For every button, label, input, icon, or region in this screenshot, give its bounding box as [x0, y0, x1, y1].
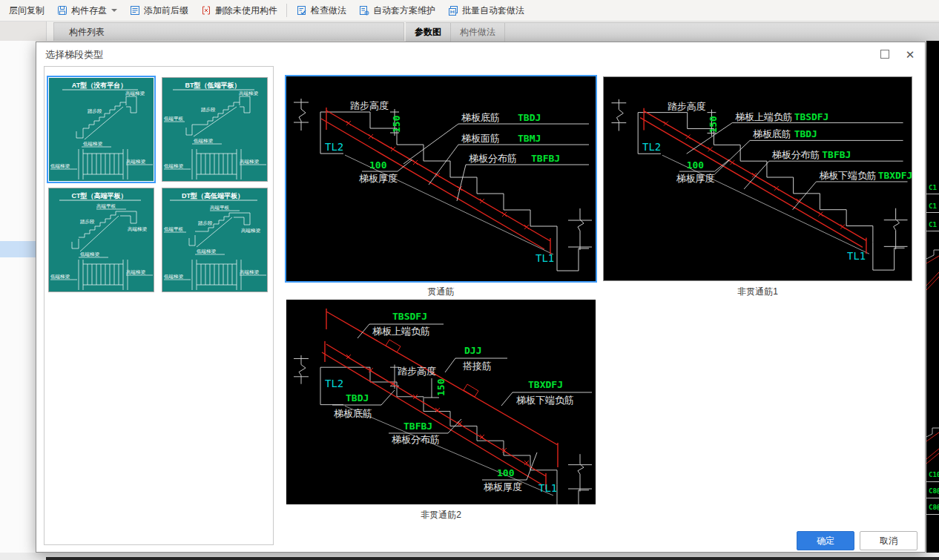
label-low-flat: 低端平板 [164, 226, 184, 231]
label-plan-high: 高端梯梁 [126, 159, 146, 164]
label-high-flat: 高端平板 [96, 203, 116, 208]
maximize-icon [880, 50, 889, 59]
cancel-button[interactable]: 取消 [860, 531, 917, 550]
beam-label-tl2: TL2 [325, 378, 343, 389]
annotation-text: 梯板底筋 [461, 112, 500, 123]
close-icon: ✕ [906, 49, 915, 60]
background-list-panel [0, 41, 36, 553]
cad-row-line [926, 481, 939, 482]
maximize-button[interactable] [876, 47, 894, 62]
beam-label-tl2: TL2 [642, 141, 661, 153]
label-high-beam: 高端梯梁 [241, 228, 261, 233]
tab-component-method[interactable]: 构件做法 [451, 23, 505, 42]
thumb-title: CT型（高端平板） [72, 192, 128, 200]
annotation-text: 梯板下端负筋 [516, 395, 574, 406]
ok-button[interactable]: 确定 [797, 531, 854, 550]
batch-auto-icon [447, 4, 459, 16]
annotation-code: TBSDFJ [794, 111, 829, 122]
toolbar-item-batch-auto[interactable]: 批量自动套做法 [441, 2, 530, 19]
panel-header-row: 构件列表 参数图 构件做法 [0, 22, 939, 41]
toolbar-item-label: 层间复制 [9, 4, 45, 17]
annotation-code: TBXDFJ [878, 170, 912, 181]
diagram-through-rebar[interactable]: 踏步高度 150 梯板底筋 TBDJ 梯板面筋 TBMJ 梯板分布筋 TBFBJ… [286, 76, 596, 281]
label-plan-high: 高端梯梁 [240, 269, 260, 274]
toolbar-item-save-component[interactable]: 构件存盘 [50, 2, 123, 19]
component-list-title: 构件列表 [69, 26, 105, 39]
toolbar-item-auto-scheme[interactable]: 自动套方案维护 [352, 2, 441, 19]
background-bottom-strip [0, 553, 939, 560]
thumb-title: BT型（低端平板） [185, 82, 241, 89]
thumb-title: AT型（没有平台） [72, 82, 127, 89]
diagram-non-through-rebar-2[interactable]: TBSDFJ 梯板上端负筋 DJJ 搭接筋 TBXDFJ 梯板下端负筋 TBDJ… [286, 300, 596, 504]
tab-parameter-diagram[interactable]: 参数图 [406, 23, 451, 42]
toolbar-item-floor-copy[interactable]: 层间复制 [3, 2, 50, 19]
annotation-text: 梯板分布筋 [392, 434, 440, 445]
annotation-code: TBFBJ [531, 153, 560, 164]
chevron-down-icon [111, 9, 117, 12]
toolbar-item-label: 批量自动套做法 [462, 4, 524, 17]
background-bottom-band [46, 557, 939, 560]
thickness-value: 100 [687, 159, 704, 171]
beam-label-tl1: TL1 [538, 482, 557, 494]
stair-type-option-at[interactable]: AT型（没有平台） 高端梯梁 踏步段 低端梯梁 低端梯梁 高端梯梁 [48, 77, 154, 182]
beam-label-tl1: TL1 [536, 252, 554, 264]
cad-fragment-lines [926, 41, 939, 557]
toolbar-item-label: 删除未使用构件 [215, 4, 277, 17]
label-plan-low: 低端梯梁 [50, 274, 70, 279]
label-step-section: 踏步段 [80, 219, 95, 225]
check-method-icon [296, 4, 308, 16]
label-plan-low: 低端梯梁 [164, 163, 184, 168]
label-step-section: 踏步段 [198, 220, 213, 226]
step-height-label: 踏步高度 [350, 100, 389, 111]
thickness-value: 100 [497, 467, 515, 478]
diagram-caption: 非贯通筋2 [286, 509, 596, 521]
toolbar-item-label: 添加前后缀 [144, 4, 188, 17]
dialog-title: 选择梯段类型 [45, 48, 103, 62]
leader-lines [679, 123, 908, 210]
annotation-text: 梯板面筋 [461, 133, 500, 144]
annotation-text: 梯板底筋 [753, 128, 791, 139]
top-toolbar: 层间复制 构件存盘 添加前后缀 删除未使用构件 检查做法 自动套方案维护 批量自… [0, 0, 939, 22]
label-plan-high: 高端梯梁 [126, 269, 146, 274]
prefix-icon [129, 4, 141, 16]
label-step-section: 踏步段 [201, 107, 216, 113]
label-low-flat: 低端平板 [164, 116, 184, 121]
diagram-caption: 非贯通筋1 [603, 286, 912, 298]
save-icon [56, 4, 68, 16]
annotation-code: TBFBJ [403, 421, 432, 432]
toolbar-item-label: 自动套方案维护 [373, 4, 435, 17]
stair-type-option-dt[interactable]: DT型（高低端平板） 高端梯梁 高端平板 踏步段 低端平板 低端梯梁 低端梯梁 … [162, 188, 268, 292]
label-high-beam: 高端梯梁 [239, 90, 259, 96]
annotation-code: TBDJ [794, 128, 817, 139]
label-plan-high: 高端梯梁 [240, 159, 260, 164]
label-plan-low: 低端梯梁 [164, 274, 184, 279]
toolbar-item-delete-unused[interactable]: 删除未使用构件 [194, 2, 283, 19]
annotation-code: TBDJ [518, 112, 541, 123]
step-height-value: 150 [391, 115, 402, 133]
close-button[interactable]: ✕ [901, 47, 919, 62]
background-selected-row [0, 241, 36, 257]
detail-tabs: 参数图 构件做法 [406, 22, 939, 42]
toolbar-item-add-prefix-suffix[interactable]: 添加前后缀 [123, 2, 194, 19]
delete-unused-icon [200, 4, 212, 16]
label-high-flat: 高端平板 [210, 205, 230, 210]
stair-type-list-panel: AT型（没有平台） 高端梯梁 踏步段 低端梯梁 低端梯梁 高端梯梁 [44, 66, 274, 545]
beam-label-tl1: TL1 [847, 250, 866, 262]
toolbar-separator [286, 4, 287, 17]
stair-type-option-ct[interactable]: CT型（高端平板） 高端梯梁 高端平板 踏步段 低端梯梁 低端梯梁 高端梯梁 [48, 188, 154, 292]
cad-fragment-label: C10 [929, 471, 939, 478]
annotation-text: 梯板分布筋 [772, 149, 820, 160]
label-plan-low: 低端梯梁 [50, 163, 70, 168]
stair-type-option-bt[interactable]: BT型（低端平板） 高端梯梁 踏步段 低端平板 低端梯梁 低端梯梁 高端梯梁 [162, 77, 268, 182]
cad-row-line [926, 498, 939, 498]
diagram-non-through-rebar-1[interactable]: 踏步高度 150 梯板上端负筋 TBSDFJ 梯板底筋 TBDJ 梯板分布筋 T… [603, 76, 912, 281]
step-height-value: 150 [708, 116, 719, 133]
select-stair-type-dialog: 选择梯段类型 ✕ AT型（没有平台） 高端梯梁 踏步段 [36, 42, 926, 553]
diagram-caption: 贯通筋 [286, 286, 596, 298]
toolbar-item-check-method[interactable]: 检查做法 [290, 2, 352, 19]
left-panel-header-stub [0, 22, 47, 41]
annotation-text: 梯板分布筋 [469, 153, 517, 164]
component-list-header: 构件列表 [53, 22, 404, 41]
annotation-text: 梯板底筋 [334, 408, 372, 419]
cad-fragment-label: C8@1 [929, 487, 939, 495]
